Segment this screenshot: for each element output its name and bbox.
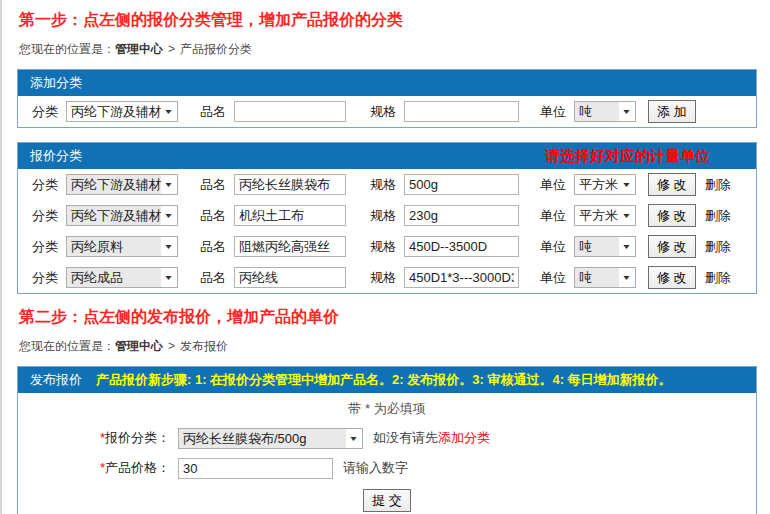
unit-select[interactable]: 平方米 ▼ <box>574 205 636 226</box>
quote-category-select-value: 丙纶长丝膜袋布/500g <box>179 429 346 448</box>
breadcrumb-current: 发布报价 <box>180 339 228 353</box>
spec-label: 规格 <box>370 269 396 287</box>
category-label: 分类 <box>32 269 58 287</box>
unit-select-value: 吨 <box>575 102 619 121</box>
unit-select-value: 吨 <box>575 237 619 256</box>
name-input[interactable] <box>234 267 346 288</box>
chevron-down-icon: ▼ <box>621 274 631 281</box>
quote-category-label: 报价分类： <box>105 430 170 445</box>
unit-label: 单位 <box>540 176 566 194</box>
unit-select-value: 平方米 <box>575 206 619 225</box>
chevron-down-icon: ▼ <box>348 435 358 442</box>
unit-label: 单位 <box>540 103 566 121</box>
product-price-field-row: *产品价格： 请输入数字 <box>18 453 756 483</box>
category-select-value: 丙纶下游及辅材 <box>67 102 161 121</box>
breadcrumb-section[interactable]: 管理中心 <box>115 339 163 353</box>
name-label: 品名 <box>200 103 226 121</box>
breadcrumb-section[interactable]: 管理中心 <box>115 42 163 56</box>
quote-category-select[interactable]: 丙纶长丝膜袋布/500g ▼ <box>178 428 363 449</box>
unit-label: 单位 <box>540 207 566 225</box>
publish-quote-panel: 发布报价 产品报价新步骤: 1: 在报价分类管理中增加产品名。2: 发布报价。3… <box>17 366 757 514</box>
category-row: 分类 丙纶原料 ▼ 品名 规格 单位 吨 ▼ 修 改 删除 <box>18 231 756 262</box>
publish-quote-panel-header: 发布报价 产品报价新步骤: 1: 在报价分类管理中增加产品名。2: 发布报价。3… <box>18 367 756 393</box>
category-row: 分类 丙纶下游及辅材 ▼ 品名 规格 单位 平方米 ▼ 修 改 删除 <box>18 169 756 200</box>
breadcrumb-separator: > <box>168 42 175 56</box>
step2-heading: 第二步：点左侧的发布报价，增加产品的单价 <box>19 307 757 327</box>
add-category-panel-header: 添加分类 <box>18 70 756 96</box>
category-select[interactable]: 丙纶原料 ▼ <box>66 236 178 257</box>
category-label: 分类 <box>32 238 58 256</box>
category-label: 分类 <box>32 207 58 225</box>
name-input[interactable] <box>234 236 346 257</box>
admin-quote-page: 第一步：点左侧的报价分类管理，增加产品报价的分类 您现在的位置是：管理中心>产品… <box>0 0 770 514</box>
chevron-down-icon: ▼ <box>163 108 173 115</box>
product-price-input[interactable] <box>178 458 333 479</box>
unit-select[interactable]: 吨 ▼ <box>574 101 636 122</box>
spec-input[interactable] <box>404 205 519 226</box>
step1-heading: 第一步：点左侧的报价分类管理，增加产品报价的分类 <box>19 10 757 30</box>
category-select-value: 丙纶原料 <box>67 237 161 256</box>
quote-category-field-row: *报价分类： 丙纶长丝膜袋布/500g ▼ 如没有请先添加分类 <box>18 423 756 453</box>
unit-select-value: 吨 <box>575 268 619 287</box>
unit-reminder-note: 请选择好对应的计量单位 <box>545 143 710 169</box>
submit-button[interactable]: 提 交 <box>363 489 411 512</box>
add-category-hint-text: 如没有请先 <box>373 430 438 445</box>
unit-label: 单位 <box>540 269 566 287</box>
category-select[interactable]: 丙纶下游及辅材 ▼ <box>66 101 178 122</box>
category-row: 分类 丙纶下游及辅材 ▼ 品名 规格 单位 平方米 ▼ 修 改 删除 <box>18 200 756 231</box>
category-row: 分类 丙纶成品 ▼ 品名 规格 单位 吨 ▼ 修 改 删除 <box>18 262 756 293</box>
breadcrumb-prefix: 您现在的位置是： <box>19 42 115 56</box>
required-fields-note: 带 * 为必填项 <box>18 393 756 423</box>
unit-select[interactable]: 吨 ▼ <box>574 236 636 257</box>
name-input[interactable] <box>234 174 346 195</box>
spec-input[interactable] <box>404 174 519 195</box>
spec-label: 规格 <box>370 207 396 225</box>
delete-link[interactable]: 删除 <box>705 207 731 225</box>
add-category-panel-title: 添加分类 <box>30 70 82 96</box>
chevron-down-icon: ▼ <box>621 108 631 115</box>
delete-link[interactable]: 删除 <box>705 176 731 194</box>
chevron-down-icon: ▼ <box>163 243 173 250</box>
chevron-down-icon: ▼ <box>163 212 173 219</box>
category-select[interactable]: 丙纶下游及辅材 ▼ <box>66 174 178 195</box>
unit-select[interactable]: 平方米 ▼ <box>574 174 636 195</box>
modify-button[interactable]: 修 改 <box>648 204 696 227</box>
name-label: 品名 <box>200 176 226 194</box>
modify-button[interactable]: 修 改 <box>648 235 696 258</box>
category-label: 分类 <box>32 176 58 194</box>
modify-button[interactable]: 修 改 <box>648 266 696 289</box>
category-select-value: 丙纶下游及辅材 <box>67 206 161 225</box>
add-category-form-row: 分类 丙纶下游及辅材 ▼ 品名 规格 单位 吨 ▼ 添 加 <box>18 96 756 127</box>
unit-select-value: 平方米 <box>575 175 619 194</box>
name-input[interactable] <box>234 101 346 122</box>
chevron-down-icon: ▼ <box>163 181 173 188</box>
category-label: 分类 <box>32 103 58 121</box>
delete-link[interactable]: 删除 <box>705 238 731 256</box>
spec-input[interactable] <box>404 101 519 122</box>
add-category-link[interactable]: 添加分类 <box>438 430 490 445</box>
unit-select[interactable]: 吨 ▼ <box>574 267 636 288</box>
breadcrumb-separator: > <box>168 339 175 353</box>
quote-category-panel-header: 报价分类 请选择好对应的计量单位 <box>18 143 756 169</box>
category-select[interactable]: 丙纶成品 ▼ <box>66 267 178 288</box>
product-price-label: 产品价格： <box>105 460 170 475</box>
price-hint-text: 请输入数字 <box>343 459 408 477</box>
unit-label: 单位 <box>540 238 566 256</box>
name-label: 品名 <box>200 207 226 225</box>
breadcrumb: 您现在的位置是：管理中心>发布报价 <box>19 338 757 355</box>
spec-input[interactable] <box>404 236 519 257</box>
delete-link[interactable]: 删除 <box>705 269 731 287</box>
category-select[interactable]: 丙纶下游及辅材 ▼ <box>66 205 178 226</box>
name-input[interactable] <box>234 205 346 226</box>
name-label: 品名 <box>200 269 226 287</box>
chevron-down-icon: ▼ <box>621 212 631 219</box>
add-button[interactable]: 添 加 <box>648 100 696 123</box>
breadcrumb: 您现在的位置是：管理中心>产品报价分类 <box>19 41 757 58</box>
publish-quote-panel-title: 发布报价 <box>30 367 82 393</box>
chevron-down-icon: ▼ <box>163 274 173 281</box>
breadcrumb-prefix: 您现在的位置是： <box>19 339 115 353</box>
category-select-value: 丙纶下游及辅材 <box>67 175 161 194</box>
spec-input[interactable] <box>404 267 519 288</box>
quote-steps-note: 产品报价新步骤: 1: 在报价分类管理中增加产品名。2: 发布报价。3: 审核通… <box>96 367 672 393</box>
modify-button[interactable]: 修 改 <box>648 173 696 196</box>
